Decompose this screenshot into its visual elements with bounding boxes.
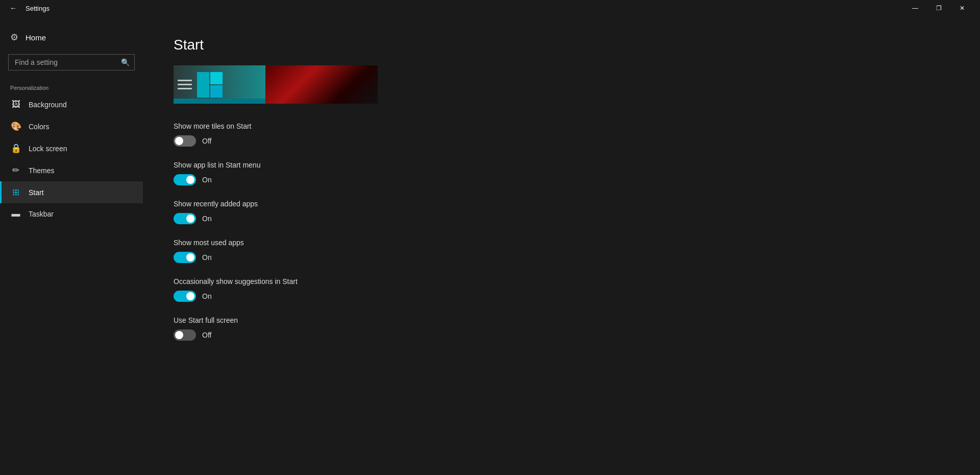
preview-tile [210,85,223,98]
toggle-knob [186,292,194,300]
toggle-knob [175,331,183,339]
setting-show-suggestions: Occasionally show suggestions in Start O… [174,277,949,302]
toggle-knob [186,215,194,223]
page-title: Start [174,37,949,53]
toggle-row-show-app-list: On [174,174,949,185]
sidebar-item-start[interactable]: ⊞ Start [0,181,143,203]
colors-icon: 🎨 [10,121,21,132]
toggle-show-more-tiles[interactable] [174,135,196,147]
toggle-row-show-recently-added: On [174,213,949,224]
preview-bottom-bar [174,99,265,104]
toggle-state-show-suggestions: On [202,292,212,300]
sidebar-item-colors-label: Colors [29,123,49,131]
sidebar-item-start-label: Start [29,188,44,197]
setting-full-screen: Use Start full screen Off [174,316,949,341]
close-button[interactable]: ✕ [950,0,974,16]
sidebar-item-colors[interactable]: 🎨 Colors [0,115,143,137]
toggle-show-recently-added[interactable] [174,213,196,224]
toggle-knob [186,253,194,262]
setting-show-more-tiles: Show more tiles on Start Off [174,122,949,147]
toggle-state-full-screen: Off [202,331,211,339]
toggle-full-screen[interactable] [174,329,196,341]
taskbar-icon: ▬ [10,209,21,219]
sidebar-home[interactable]: ⚙ Home [0,27,143,48]
sidebar-item-background[interactable]: 🖼 Background [0,94,143,115]
titlebar: ← Settings — ❐ ✕ [0,0,980,16]
toggle-row-show-suggestions: On [174,291,949,302]
home-icon: ⚙ [10,32,18,43]
preview-tiles [197,72,223,98]
maximize-button[interactable]: ❐ [927,0,950,16]
start-preview [174,65,378,104]
sidebar-item-taskbar[interactable]: ▬ Taskbar [0,203,143,225]
toggle-row-show-more-tiles: Off [174,135,949,147]
preview-right [265,65,378,104]
toggle-state-show-most-used: On [202,253,212,262]
setting-show-app-list-label: Show app list in Start menu [174,161,949,169]
toggle-state-show-recently-added: On [202,215,212,223]
themes-icon: ✏ [10,165,21,176]
preview-line [178,84,192,85]
back-icon: ← [10,4,17,12]
toggle-show-app-list[interactable] [174,174,196,185]
titlebar-title: Settings [26,5,50,12]
sidebar-item-themes[interactable]: ✏ Themes [0,159,143,181]
setting-show-most-used: Show most used apps On [174,239,949,263]
sidebar-home-label: Home [26,33,46,42]
setting-show-most-used-label: Show most used apps [174,239,949,247]
background-icon: 🖼 [10,100,21,110]
back-button[interactable]: ← [6,1,20,15]
search-icon: 🔍 [121,58,130,66]
search-box: 🔍 [8,54,135,70]
toggle-knob [175,137,183,145]
toggle-show-most-used[interactable] [174,252,196,263]
lock-screen-icon: 🔒 [10,143,21,154]
content-area: Start Show more tiles on Sta [143,16,980,475]
toggle-knob [186,176,194,184]
window-controls: — ❐ ✕ [903,0,974,16]
setting-show-recently-added: Show recently added apps On [174,200,949,224]
sidebar-item-lock-screen-label: Lock screen [29,145,67,153]
app-container: ⚙ Home 🔍 Personalization 🖼 Background 🎨 … [0,16,980,475]
search-input[interactable] [8,54,135,70]
sidebar-section-label: Personalization [0,77,143,94]
toggle-row-show-most-used: On [174,252,949,263]
preview-line [178,80,192,81]
toggle-state-show-more-tiles: Off [202,137,211,145]
setting-show-more-tiles-label: Show more tiles on Start [174,122,949,130]
sidebar-item-themes-label: Themes [29,167,55,175]
toggle-state-show-app-list: On [202,176,212,184]
sidebar-item-taskbar-label: Taskbar [29,210,54,218]
sidebar: ⚙ Home 🔍 Personalization 🖼 Background 🎨 … [0,16,143,475]
sidebar-item-background-label: Background [29,101,67,109]
preview-tile [197,72,209,98]
preview-line [178,88,192,89]
setting-show-app-list: Show app list in Start menu On [174,161,949,185]
minimize-button[interactable]: — [903,0,927,16]
sidebar-item-lock-screen[interactable]: 🔒 Lock screen [0,137,143,159]
preview-tile [210,72,223,84]
preview-lines [178,80,192,89]
start-icon: ⊞ [10,187,21,198]
setting-show-suggestions-label: Occasionally show suggestions in Start [174,277,949,286]
setting-show-recently-added-label: Show recently added apps [174,200,949,208]
setting-full-screen-label: Use Start full screen [174,316,949,324]
toggle-row-full-screen: Off [174,329,949,341]
toggle-show-suggestions[interactable] [174,291,196,302]
